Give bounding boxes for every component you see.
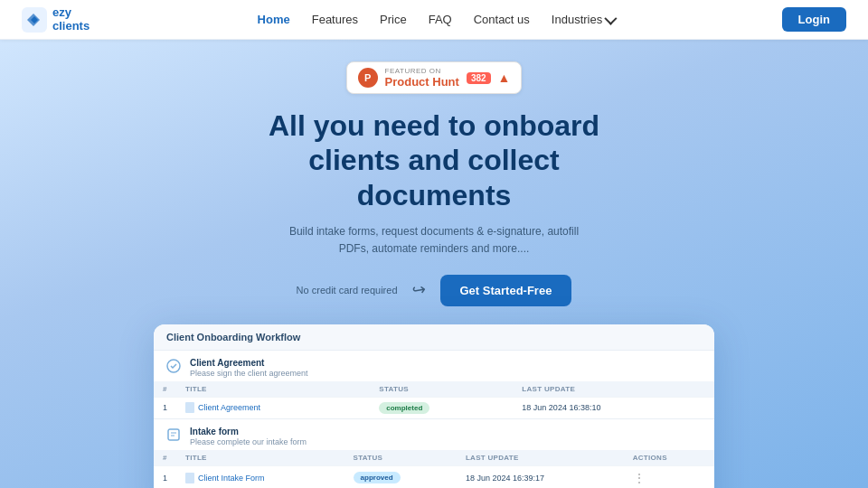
section-intake-icon: [166, 427, 181, 442]
hero-heading: All you need to onboard clients and coll…: [269, 108, 599, 212]
login-button[interactable]: Login: [782, 7, 846, 32]
row-title: Client Intake Form: [176, 465, 344, 488]
row-actions[interactable]: ⋮: [624, 465, 714, 488]
row-num: 1: [154, 397, 176, 418]
row-status: approved: [344, 465, 457, 488]
col-last-update: LAST UPDATE: [513, 381, 714, 398]
section-agreement: Client Agreement Please sign the client …: [154, 351, 714, 419]
hero-section: P FEATURED ON Product Hunt 382 ▲ All you…: [0, 40, 868, 488]
dashboard-header: Client Onboarding Workflow: [154, 324, 714, 351]
intake-title: Intake form: [190, 427, 307, 436]
intake-desc: Please complete our intake form: [190, 437, 307, 446]
col-status: STATUS: [370, 381, 513, 398]
product-hunt-badge[interactable]: P FEATURED ON Product Hunt 382 ▲: [346, 61, 523, 94]
table-row: 1 Client Intake Form approved 18 Jun 20: [154, 465, 714, 488]
ph-arrow-icon: ▲: [498, 70, 511, 85]
svg-rect-2: [168, 429, 179, 440]
cta-row: No credit card required ↪ Get Started-Fr…: [297, 275, 572, 306]
navbar: ezy clients Home Features Price FAQ Cont…: [0, 0, 868, 40]
row-title: Client Agreement: [176, 397, 370, 418]
nav-faq[interactable]: FAQ: [429, 13, 452, 26]
nav-industries[interactable]: Industries: [552, 13, 614, 26]
nav-home[interactable]: Home: [258, 13, 290, 26]
dashboard-preview: Client Onboarding Workflow Client Agreem…: [154, 324, 714, 488]
row-status: completed: [370, 397, 513, 418]
logo-line1: ezy: [52, 6, 90, 19]
logo-line2: clients: [52, 20, 90, 33]
col-last-update: LAST UPDATE: [457, 450, 624, 466]
arrow-icon: ↪: [410, 279, 428, 301]
nav-features[interactable]: Features: [312, 13, 358, 26]
ph-featured-label: FEATURED ON: [385, 67, 459, 75]
section-intake: Intake form Please complete our intake f…: [154, 419, 714, 488]
doc-file-icon: [185, 473, 194, 483]
section-agreement-icon: [166, 359, 181, 373]
no-cc-text: No credit card required: [297, 285, 398, 296]
hero-subtext: Build intake forms, request documents & …: [280, 223, 588, 258]
ph-count: 382: [467, 72, 491, 84]
cta-button[interactable]: Get Started-Free: [440, 275, 572, 306]
chevron-down-icon: [605, 12, 618, 24]
row-date: 18 Jun 2024 16:39:17: [457, 465, 624, 488]
table-row: 1 Client Agreement completed 18 Jun 202: [154, 397, 714, 418]
nav-links: Home Features Price FAQ Contact us Indus…: [258, 13, 615, 26]
col-hash: #: [154, 381, 176, 398]
col-hash: #: [154, 450, 176, 466]
nav-price[interactable]: Price: [380, 13, 407, 26]
row-date: 18 Jun 2024 16:38:10: [513, 397, 714, 418]
ph-name: Product Hunt: [385, 75, 459, 89]
col-title: TITLE: [176, 450, 344, 466]
col-title: TITLE: [176, 381, 370, 398]
agreement-table: # TITLE STATUS LAST UPDATE 1: [154, 381, 714, 418]
status-badge: approved: [354, 472, 401, 483]
nav-contact[interactable]: Contact us: [474, 13, 530, 26]
dashboard-card: Client Onboarding Workflow Client Agreem…: [154, 324, 714, 488]
col-actions: ACTIONS: [624, 450, 714, 466]
row-num: 1: [154, 465, 176, 488]
doc-file-icon: [185, 402, 194, 413]
ph-icon: P: [358, 68, 378, 88]
actions-dots-icon[interactable]: ⋮: [633, 471, 646, 485]
intake-table: # TITLE STATUS LAST UPDATE ACTIONS 1: [154, 450, 714, 488]
col-status: STATUS: [344, 450, 457, 466]
agreement-title: Client Agreement: [190, 358, 308, 368]
status-badge: completed: [379, 402, 429, 414]
agreement-desc: Please sign the client agreement: [190, 369, 308, 378]
logo[interactable]: ezy clients: [22, 6, 90, 33]
